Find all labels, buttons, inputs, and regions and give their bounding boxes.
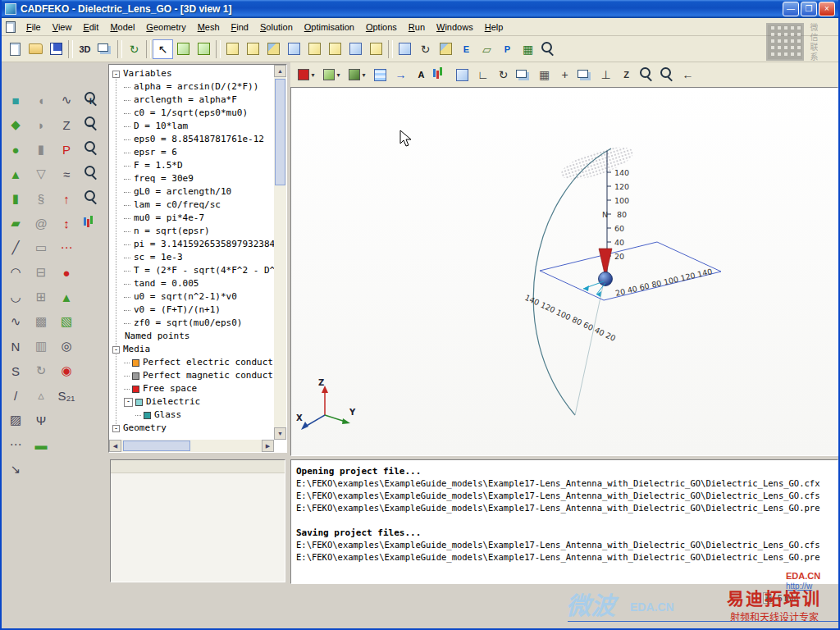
- create-cone[interactable]: ▲: [5, 163, 26, 185]
- graph-button[interactable]: [431, 65, 452, 84]
- view-3d-button[interactable]: 3D: [75, 39, 95, 59]
- split-half-tool[interactable]: ◖: [30, 89, 52, 111]
- tree-media-item[interactable]: Perfect magnetic conduct: [112, 369, 274, 382]
- create-spline[interactable]: ∿: [5, 311, 26, 332]
- new-button[interactable]: [5, 39, 25, 59]
- tree-variable[interactable]: zf0 = sqrt(mu0/eps0): [112, 317, 274, 330]
- grid-icon[interactable]: ▦: [763, 592, 774, 604]
- normals-button[interactable]: →: [390, 65, 411, 84]
- point-tool[interactable]: ●: [56, 262, 77, 283]
- zoom-in-tool[interactable]: +: [81, 89, 103, 111]
- menu-item[interactable]: Run: [403, 20, 431, 34]
- zoom-rect-button[interactable]: [637, 65, 657, 84]
- plane-display-button[interactable]: ▱: [477, 39, 497, 59]
- maximize-button[interactable]: ❐: [801, 2, 817, 16]
- create-gray-cylinder[interactable]: ▮: [30, 139, 52, 160]
- tree-media-item[interactable]: Dielectric: [112, 395, 274, 409]
- menu-item[interactable]: Edit: [77, 20, 104, 34]
- menu-item[interactable]: Find: [226, 20, 254, 34]
- undo-redo-button[interactable]: ↻: [124, 39, 144, 59]
- surface-tool[interactable]: ▧: [56, 311, 77, 332]
- grid-table-button[interactable]: ▦: [518, 39, 538, 59]
- grid-snap-button[interactable]: ▦: [534, 65, 555, 84]
- collapse-icon[interactable]: [112, 425, 120, 432]
- create-arc[interactable]: ◡: [5, 286, 26, 308]
- scroll-up-icon[interactable]: ▲: [274, 65, 286, 77]
- copy-image-button[interactable]: [575, 65, 596, 84]
- collapse-icon[interactable]: [112, 71, 120, 78]
- efield-display-button[interactable]: E: [456, 39, 477, 59]
- vertex-display-dropdown[interactable]: [319, 65, 345, 84]
- menu-item[interactable]: Help: [479, 20, 509, 34]
- gray-triangle-tool[interactable]: ▵: [30, 385, 52, 406]
- create-spiral[interactable]: @: [30, 212, 52, 234]
- previous-view-button[interactable]: ←: [678, 65, 698, 84]
- wireframe-view-button[interactable]: [284, 39, 304, 59]
- symmetry-button[interactable]: [452, 65, 472, 84]
- tree-variable[interactable]: freq = 30e9: [112, 172, 274, 185]
- sweep-tool[interactable]: ▭: [30, 237, 52, 258]
- dots-tool[interactable]: ⋯: [5, 434, 26, 455]
- view-front-button[interactable]: [304, 39, 325, 59]
- create-polygon[interactable]: P: [56, 139, 77, 160]
- create-wave[interactable]: ≈: [56, 163, 77, 185]
- scroll-thumb[interactable]: [275, 79, 285, 185]
- create-flare[interactable]: ◆: [5, 114, 26, 135]
- tree-variable[interactable]: c0 = 1/sqrt(eps0*mu0): [112, 107, 274, 120]
- tree-variable[interactable]: u0 = sqrt(n^2-1)*v0: [112, 290, 274, 304]
- create-path[interactable]: S: [5, 360, 26, 381]
- zoom-window-button[interactable]: [538, 39, 559, 59]
- face-display-dropdown[interactable]: [345, 65, 370, 84]
- tree-variable[interactable]: lam = c0/freq/sc: [112, 199, 274, 212]
- render-mode-button[interactable]: [395, 39, 415, 59]
- pen-tool[interactable]: /: [5, 385, 26, 406]
- transparency-button[interactable]: [370, 65, 390, 84]
- tree-variable[interactable]: F = 1.5*D: [112, 159, 274, 172]
- spin-tool[interactable]: ↻: [30, 360, 52, 381]
- checker-tool[interactable]: ▨: [5, 409, 26, 431]
- stitch-tool[interactable]: ⊞: [30, 286, 52, 308]
- 3d-view[interactable]: 140 120 100 80 60 40 20 N 20 40 60 80 10…: [290, 87, 838, 456]
- select-edges-button[interactable]: [194, 39, 214, 59]
- view-back-button[interactable]: [325, 39, 345, 59]
- target-tool[interactable]: ◉: [56, 360, 77, 381]
- tree-variable[interactable]: T = (2*F - sqrt(4*F^2 - D^2: [112, 264, 274, 277]
- tree-variable[interactable]: arclength = alpha*F: [112, 94, 274, 107]
- create-curve[interactable]: ◠: [5, 262, 26, 283]
- menu-item[interactable]: View: [47, 20, 78, 34]
- create-plate[interactable]: ▬: [30, 434, 52, 455]
- menu-item[interactable]: Windows: [431, 20, 479, 34]
- tree-variable[interactable]: pi = 3.14159265358979323846: [112, 238, 274, 251]
- z-lock-button[interactable]: Z: [616, 65, 637, 84]
- tree-node-named-points[interactable]: Named points: [112, 330, 274, 343]
- union-half-tool[interactable]: ◗: [30, 114, 52, 135]
- menu-item[interactable]: Options: [360, 20, 403, 34]
- view-top-button[interactable]: [243, 39, 263, 59]
- menu-item[interactable]: Optimisation: [299, 20, 360, 34]
- tree-variable[interactable]: tand = 0.005: [112, 277, 274, 290]
- cutplane-button[interactable]: [436, 39, 456, 59]
- tree-variable[interactable]: D = 10*lam: [112, 120, 274, 133]
- titlebar[interactable]: CADFEKO - Dielectric_Lens_GO - [3D view …: [2, 0, 838, 18]
- axes-display-button[interactable]: ⊥: [596, 65, 616, 84]
- project-tool[interactable]: ▥: [30, 336, 52, 357]
- select-pointer-button[interactable]: ↖: [153, 39, 173, 59]
- create-helix[interactable]: §: [30, 188, 52, 209]
- display-options-dropdown[interactable]: [294, 65, 319, 84]
- tree-node-geometry[interactable]: Geometry: [112, 422, 274, 435]
- tree-vertical-scrollbar[interactable]: ▲ ▼: [274, 65, 286, 440]
- tree-variable[interactable]: n = sqrt(epsr): [112, 225, 274, 238]
- power-display-button[interactable]: P: [497, 39, 518, 59]
- create-cylinder[interactable]: ▮: [5, 188, 26, 209]
- excitation-arrow-tool[interactable]: ↑: [56, 188, 77, 209]
- zoom-previous-tool[interactable]: [81, 139, 103, 160]
- create-prism[interactable]: ▰: [5, 212, 26, 234]
- menu-item[interactable]: Geometry: [140, 20, 191, 34]
- scroll-down-icon[interactable]: ▼: [274, 427, 286, 440]
- zoom-out-tool[interactable]: −: [81, 114, 103, 135]
- zoom-extents-button[interactable]: [222, 39, 243, 59]
- swoosh-tool[interactable]: ↘: [5, 459, 26, 480]
- tree-horizontal-scrollbar[interactable]: ◀ ▶: [109, 440, 274, 452]
- child-window-icon[interactable]: [6, 21, 16, 33]
- chart-tool[interactable]: [81, 212, 103, 234]
